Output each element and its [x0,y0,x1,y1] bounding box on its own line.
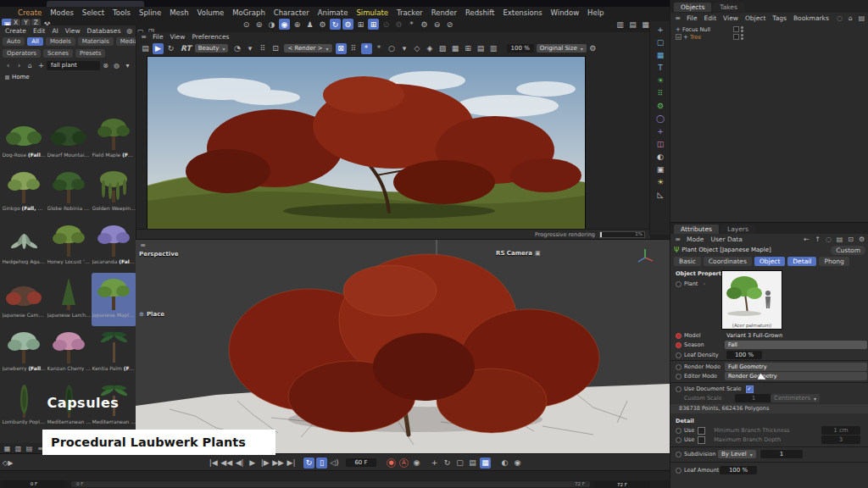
nav-up-icon[interactable]: ↑ [813,235,822,244]
render-view-icon[interactable]: ▥ [615,19,626,30]
menu-simulate[interactable]: Simulate [352,8,392,17]
grid-snap-icon[interactable]: ⊞ [368,19,379,30]
axis-tool-icon[interactable]: + [655,23,666,36]
viewport-panel[interactable]: ≡ Perspective RS Camera ▣ ⊕ Place [136,239,670,454]
keyframe-selection-icon[interactable]: ◉ [411,458,422,469]
use-doc-scale-checkbox[interactable] [746,385,754,393]
rgb-channel-icon[interactable]: ◔ [231,43,242,54]
save-image-icon[interactable]: ▦ [450,43,461,54]
simulate-settings-icon[interactable]: ⚙ [342,19,353,30]
sound-icon[interactable]: ◁) [329,458,340,469]
snap-settings-icon[interactable]: ⊕ [292,19,303,30]
zoom-mode-dropdown[interactable]: Original Size▾ [537,44,587,53]
rec-parameter-icon[interactable]: ▤ [467,458,478,469]
text-tool-icon[interactable]: T [655,61,666,74]
menu-window[interactable]: Window [547,8,584,17]
ab-menu-edit[interactable]: Edit [30,27,49,35]
attr-settings-icon[interactable]: ⚙ [857,235,866,244]
lock-icon[interactable]: ⊠ [336,43,347,54]
filter-tab-models[interactable]: Models [46,37,75,46]
rec-rotation-icon[interactable]: ↻ [442,458,453,469]
om-menu-object[interactable]: Object [742,14,769,22]
menu-tracker[interactable]: Tracker [392,8,427,17]
zoom-value[interactable]: 100 % [507,44,534,53]
menu-mesh[interactable]: Mesh [165,8,192,17]
rgb-caret-icon[interactable]: ▾ [244,43,255,54]
range-track[interactable]: 0 F 72 F [71,481,590,487]
timeline-mode-icon[interactable]: ◇▶ [3,458,13,468]
compare-circle-icon[interactable]: ○ [387,43,398,54]
nav-back-icon[interactable]: ← [802,235,811,244]
om-menu-tags[interactable]: Tags [769,14,790,22]
viewport-view-label[interactable]: Perspective [139,251,178,258]
leaf-density-field[interactable]: 100 % [726,351,762,359]
rec-position-icon[interactable]: + [429,458,440,469]
panel-menu-icon[interactable]: ≡ [139,32,148,42]
simulate-toggle-icon[interactable]: ↻ [330,19,341,30]
layer-checkbox[interactable] [733,26,739,32]
ab-menu-view[interactable]: View [62,27,84,35]
pen-tool-icon[interactable]: ◺ [655,188,666,201]
document-tab[interactable] [47,1,144,7]
plant-item-field-maple[interactable]: Field Maple (Fall, Plant) [92,113,136,166]
plant-item-honey-locust-sunburst[interactable]: Honey Locust 'Sunburst' (Fall, Plant) [47,219,92,273]
ab-menu-ai[interactable]: AI [48,27,61,35]
goto-end-icon[interactable]: ▶| [286,458,297,469]
copy-image-icon[interactable]: ▤ [476,43,487,54]
plant-item-golden-weeping-willow[interactable]: Golden Weeping Willow (Fall, Plant) [92,166,136,219]
season-dropdown[interactable]: Fall [725,341,867,349]
use-min-branch-checkbox[interactable] [698,427,705,435]
menu-spline[interactable]: Spline [135,8,165,17]
section-tab-detail[interactable]: Detail [787,257,816,266]
pv-menu-view[interactable]: View [167,33,189,41]
disable-icon[interactable]: ⊘ [444,19,455,30]
menu-render[interactable]: Render [427,8,461,17]
category-tab-scenes[interactable]: Scenes [43,49,73,58]
nav-back-icon[interactable]: ‹ [3,61,13,70]
ab-menu-create[interactable]: Create [2,27,30,35]
pattern-icon[interactable]: ▨ [437,43,448,54]
rec-pla-icon[interactable]: ▦ [480,458,491,469]
solo-off-icon[interactable]: ◐ [499,458,510,469]
loop-icon[interactable]: ↻ [303,458,314,469]
find-icon[interactable]: ◌ [835,14,844,23]
breadcrumb[interactable]: Home [12,74,30,80]
om-menu-icon[interactable]: ≡ [673,14,682,23]
range-end-field[interactable]: 72 F [595,481,649,488]
plant-item-japanese-maple[interactable]: Japanese Maple (Fall, Plant) [92,273,136,326]
plant-item-hedgehog-agave[interactable]: Hedgehog Agave (Fall, Plant) [2,219,47,273]
clear-search-icon[interactable]: ⊗ [101,61,110,70]
camera-object-icon[interactable]: ▣ [655,163,666,175]
plant-item-dwarf-mountain-pine[interactable]: Dwarf Mountain Pine (Fall, Plant) [47,113,92,166]
menu-extensions[interactable]: Extensions [498,8,546,17]
om-tab-takes[interactable]: Takes [713,3,744,12]
tiles-icon[interactable]: ⠿ [348,43,359,54]
spline-axis-icon[interactable]: + [655,125,666,137]
home-icon[interactable]: ⌂ [25,61,35,70]
menu-create[interactable]: Create [14,8,46,17]
record-keyframe-icon[interactable]: ● [387,458,396,468]
attr-filter-icon[interactable]: ▤ [835,235,844,244]
next-frame-icon[interactable]: |▶ [259,458,270,469]
om-filter-icon[interactable]: ▤ [857,14,866,23]
plant-item-globe-robinia[interactable]: Globe Robinia (Fall, Plant) [47,166,92,219]
visibility-dots[interactable] [741,26,743,32]
plant-item-juneberry[interactable]: Juneberry (Fall, Plant) [2,326,47,380]
spline-circle-icon[interactable]: ◯ [655,112,666,125]
menu-mograph[interactable]: MoGraph [228,8,270,17]
grid-icon[interactable]: ⠿ [257,43,268,54]
section-tab-basic[interactable]: Basic [674,257,701,266]
render-to-picture-viewer-icon[interactable]: ▤ [627,19,638,30]
om-tab-objects[interactable]: Objects [674,3,711,12]
attr-lock-icon[interactable]: ⊡ [846,235,855,244]
rec-scale-icon[interactable]: ▢ [454,458,465,469]
menu-select[interactable]: Select [78,8,108,17]
om-menu-file[interactable]: File [683,14,701,22]
keyframe-dot[interactable] [676,281,682,287]
pv-settings-icon[interactable]: ⚙ [587,43,598,54]
custom-button[interactable]: Custom [831,246,865,255]
plane-primitive-icon[interactable]: ▢ [655,36,666,48]
menu-modes[interactable]: Modes [46,8,78,17]
list-view-icon[interactable]: ▤ [25,444,34,453]
thumb-medium-icon[interactable]: ▥ [14,444,23,453]
